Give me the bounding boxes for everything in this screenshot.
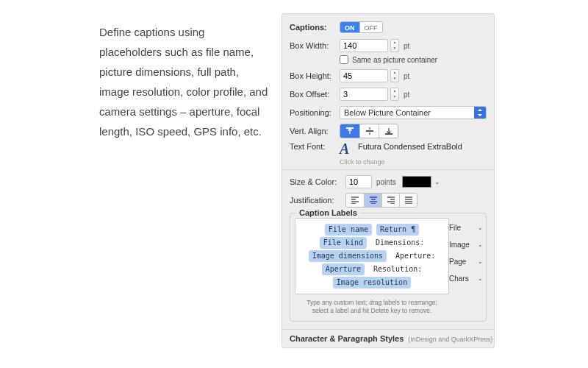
positioning-value: Below Picture Container <box>344 107 431 118</box>
label-menu-chars[interactable]: Chars⌄ <box>449 270 483 287</box>
chevron-down-icon[interactable]: ⌄ <box>434 178 440 185</box>
box-width-unit: pt <box>404 42 409 50</box>
label-menu-file[interactable]: File⌄ <box>449 219 483 236</box>
chevron-down-icon: ⌄ <box>478 241 483 248</box>
box-offset-input[interactable] <box>340 88 388 101</box>
caption-labels-group: Caption Labels File name Return ¶ File k… <box>290 213 487 322</box>
box-width-input[interactable] <box>340 39 388 52</box>
justification-label: Justification: <box>290 196 345 205</box>
placeholder-chip[interactable]: Return ¶ <box>376 224 419 236</box>
text-font-value[interactable]: Futura Condensed ExtraBold <box>358 142 462 151</box>
divider <box>282 169 494 170</box>
caption-labels-title: Caption Labels <box>296 208 360 217</box>
styles-section-note: (InDesign and QuarkXPress) <box>408 336 492 343</box>
select-arrow-icon <box>474 107 486 118</box>
same-as-container-checkbox[interactable] <box>340 55 348 64</box>
chevron-down-icon: ⌄ <box>478 224 483 231</box>
vert-align-group <box>340 124 398 138</box>
box-width-stepper[interactable]: ▲▼ <box>390 39 399 52</box>
box-height-input[interactable] <box>340 69 388 82</box>
color-swatch[interactable] <box>402 176 431 188</box>
captions-toggle-on[interactable]: ON <box>340 22 359 32</box>
justify-left-button[interactable] <box>346 194 364 207</box>
chevron-down-icon: ⌄ <box>478 275 483 282</box>
box-offset-label: Box Offset: <box>290 90 340 99</box>
valign-top-button[interactable] <box>340 124 359 138</box>
justify-right-button[interactable] <box>381 194 399 207</box>
vert-align-label: Vert. Align: <box>290 127 340 135</box>
styles-section-header[interactable]: Character & Paragraph Styles (InDesign a… <box>282 329 494 343</box>
font-icon[interactable]: A <box>340 142 354 157</box>
placeholder-chip[interactable]: Image dimensions <box>309 250 387 262</box>
label-menu-page[interactable]: Page⌄ <box>449 253 483 270</box>
placeholder-chip[interactable]: File name <box>325 224 372 236</box>
box-offset-unit: pt <box>404 91 409 99</box>
caption-labels-editor[interactable]: File name Return ¶ File kind Dimensions:… <box>295 218 449 294</box>
captions-label: Captions: <box>290 23 340 32</box>
justify-full-button[interactable] <box>399 194 417 207</box>
positioning-select[interactable]: Below Picture Container <box>340 106 487 119</box>
styles-section-title: Character & Paragraph Styles <box>290 334 404 343</box>
box-height-stepper[interactable]: ▲▼ <box>390 69 399 82</box>
positioning-label: Positioning: <box>290 108 340 117</box>
caption-labels-hint: Type any custom text; drag labels to rea… <box>295 299 449 315</box>
captions-toggle[interactable]: ON OFF <box>340 21 383 33</box>
caption-static-text: Dimensions: <box>376 238 424 247</box>
font-size-input[interactable] <box>345 175 372 188</box>
box-width-label: Box Width: <box>290 41 340 50</box>
text-font-label: Text Font: <box>290 142 340 151</box>
valign-bottom-button[interactable] <box>379 124 398 138</box>
placeholder-chip[interactable]: File kind <box>320 237 367 249</box>
caption-static-text: Aperture: <box>395 252 435 260</box>
same-as-container-label: Same as picture container <box>352 56 437 64</box>
chevron-down-icon: ⌄ <box>478 258 483 265</box>
marketing-description: Define captions using placeholders such … <box>99 22 268 141</box>
placeholder-chip[interactable]: Aperture <box>322 263 365 275</box>
captions-toggle-off[interactable]: OFF <box>359 22 382 32</box>
text-font-hint: Click to change <box>340 158 487 166</box>
box-height-unit: pt <box>404 72 409 80</box>
svg-rect-1 <box>366 130 373 132</box>
valign-middle-button[interactable] <box>359 124 379 138</box>
box-offset-stepper[interactable]: ▲▼ <box>390 88 399 101</box>
justification-group <box>345 193 417 208</box>
font-size-unit: points <box>376 178 396 186</box>
size-color-label: Size & Color: <box>290 177 345 186</box>
captions-panel: Captions: ON OFF Box Width: ▲▼ pt Same a… <box>282 13 495 348</box>
justify-center-button[interactable] <box>364 194 381 207</box>
caption-static-text: Resolution: <box>373 265 422 273</box>
label-menu-image[interactable]: Image⌄ <box>449 236 483 253</box>
box-height-label: Box Height: <box>290 71 340 80</box>
placeholder-chip[interactable]: Image resolution <box>333 277 411 289</box>
